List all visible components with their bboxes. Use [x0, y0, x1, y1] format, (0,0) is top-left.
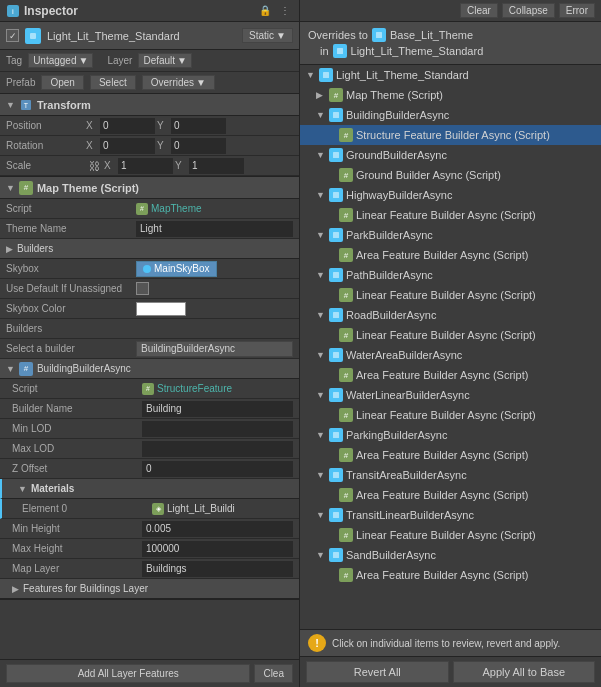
tree-icon-script: # — [329, 88, 343, 102]
max-lod-input[interactable] — [142, 441, 293, 457]
add-all-button[interactable]: Add All Layer Features — [6, 664, 250, 683]
tree-item[interactable]: ▼ WaterAreaBuilderAsync — [300, 345, 601, 365]
rotation-label: Rotation — [6, 140, 86, 151]
map-layer-input[interactable] — [142, 561, 293, 577]
tree-item[interactable]: ▼ SandBuilderAsync — [300, 545, 601, 565]
script-value: # MapTheme — [136, 203, 293, 215]
tree-item[interactable]: ▼ HighwayBuilderAsync — [300, 185, 601, 205]
apply-all-button[interactable]: Apply All to Base — [453, 661, 596, 683]
min-lod-row: Min LOD — [0, 419, 299, 439]
rotation-x-input[interactable] — [100, 138, 155, 154]
svg-text:i: i — [12, 7, 14, 16]
layer-select[interactable]: Default ▼ — [138, 53, 192, 68]
tag-select[interactable]: Untagged ▼ — [28, 53, 93, 68]
object-name-input[interactable] — [47, 30, 236, 42]
min-height-input[interactable] — [142, 521, 293, 537]
prefab-select-button[interactable]: Select — [90, 75, 136, 90]
building-builder-select[interactable]: BuildingBuilderAsync — [136, 341, 293, 357]
tree-item[interactable]: ▼ GroundBuilderAsync — [300, 145, 601, 165]
select-builder-row: Select a builder BuildingBuilderAsync — [0, 339, 299, 359]
min-height-row: Min Height — [0, 519, 299, 539]
max-height-input[interactable] — [142, 541, 293, 557]
clear-top-button[interactable]: Clear — [460, 3, 498, 18]
tree-icon-prefab — [329, 228, 343, 242]
info-text: Click on individual items to review, rev… — [332, 638, 593, 649]
script2-label: Script — [12, 383, 142, 394]
scale-x-input[interactable] — [118, 158, 173, 174]
lock-icon[interactable]: 🔒 — [257, 3, 273, 19]
building-builder-label: BuildingBuilderAsync — [37, 363, 131, 374]
tree-item[interactable]: ▼ TransitAreaBuilderAsync — [300, 465, 601, 485]
tree-item[interactable]: ▼ Light_Lit_Theme_Standard — [300, 65, 601, 85]
prefab-open-button[interactable]: Open — [41, 75, 83, 90]
tree-item[interactable]: # Linear Feature Builder Async (Script) — [300, 325, 601, 345]
select-builder-label: Select a builder — [6, 343, 136, 354]
building-builder-icon: # — [19, 362, 33, 376]
transform-title: Transform — [37, 99, 91, 111]
position-x-input[interactable] — [100, 118, 155, 134]
tree-item[interactable]: ▼ RoadBuilderAsync — [300, 305, 601, 325]
map-layer-label: Map Layer — [12, 563, 142, 574]
prefab-row: Prefab Open Select Overrides ▼ — [0, 72, 299, 94]
inspector-icon: i — [6, 4, 20, 18]
svg-rect-25 — [333, 352, 339, 358]
skybox-button[interactable]: MainSkyBox — [136, 261, 217, 277]
revert-all-button[interactable]: Revert All — [306, 661, 449, 683]
skybox-color-swatch[interactable] — [136, 302, 186, 316]
script2-icon: # — [142, 383, 154, 395]
action-buttons: Revert All Apply All to Base — [300, 657, 601, 687]
rotation-row: Rotation X Y — [0, 136, 299, 156]
clear-button[interactable]: Clea — [254, 664, 293, 683]
tree-item[interactable]: ▼ ParkBuilderAsync — [300, 225, 601, 245]
position-y-input[interactable] — [171, 118, 226, 134]
tree-item[interactable]: # Area Feature Builder Async (Script) — [300, 365, 601, 385]
theme-name-input[interactable] — [136, 221, 293, 237]
max-lod-row: Max LOD — [0, 439, 299, 459]
skybox-label: Skybox — [6, 263, 136, 274]
tree-item[interactable]: # Linear Feature Builder Async (Script) — [300, 405, 601, 425]
scale-y-input[interactable] — [189, 158, 244, 174]
collapse-button[interactable]: Collapse — [502, 3, 555, 18]
error-button[interactable]: Error — [559, 3, 595, 18]
tree-item-selected[interactable]: # Structure Feature Builder Async (Scrip… — [300, 125, 601, 145]
element0-value: ◈ Light_Lit_Buildi — [152, 503, 293, 515]
tree-item[interactable]: # Area Feature Builder Async (Script) — [300, 565, 601, 585]
svg-rect-29 — [333, 432, 339, 438]
tree-item[interactable]: # Linear Feature Builder Async (Script) — [300, 205, 601, 225]
tree-item[interactable]: # Area Feature Builder Async (Script) — [300, 245, 601, 265]
use-default-label: Use Default If Unassigned — [6, 283, 136, 294]
svg-rect-27 — [333, 392, 339, 398]
transform-section-header[interactable]: ▼ T Transform — [0, 94, 299, 116]
position-label: Position — [6, 120, 86, 131]
use-default-checkbox[interactable] — [136, 282, 149, 295]
tree-item[interactable]: ▼ WaterLinearBuilderAsync — [300, 385, 601, 405]
rotation-y-input[interactable] — [171, 138, 226, 154]
builder-name-input[interactable] — [142, 401, 293, 417]
map-theme-section-header[interactable]: ▼ # Map Theme (Script) — [0, 177, 299, 199]
tree-item[interactable]: # Linear Feature Builder Async (Script) — [300, 525, 601, 545]
menu-icon[interactable]: ⋮ — [277, 3, 293, 19]
tree-item[interactable]: ▶ # Map Theme (Script) — [300, 85, 601, 105]
scale-row: Scale ⛓ X Y — [0, 156, 299, 176]
tree-item[interactable]: # Ground Builder Async (Script) — [300, 165, 601, 185]
min-lod-input[interactable] — [142, 421, 293, 437]
tree-item[interactable]: ▼ ParkingBuilderAsync — [300, 425, 601, 445]
tree-item[interactable]: ▼ PathBuilderAsync — [300, 265, 601, 285]
materials-header[interactable]: ▼ Materials — [0, 479, 299, 499]
position-row: Position X Y — [0, 116, 299, 136]
tree-item[interactable]: ▼ TransitLinearBuilderAsync — [300, 505, 601, 525]
tree-item[interactable]: ▼ BuildingBuilderAsync — [300, 105, 601, 125]
z-offset-input[interactable] — [142, 461, 293, 477]
svg-rect-11 — [323, 72, 329, 78]
overrides-button[interactable]: Overrides ▼ — [142, 75, 215, 90]
object-active-checkbox[interactable] — [6, 29, 19, 42]
building-builder-async-header[interactable]: ▼ # BuildingBuilderAsync — [0, 359, 299, 379]
tree-item[interactable]: # Linear Feature Builder Async (Script) — [300, 285, 601, 305]
features-header[interactable]: ▶ Features for Buildings Layer — [0, 579, 299, 599]
builders-header[interactable]: ▶ Builders — [0, 239, 299, 259]
use-default-row: Use Default If Unassigned — [0, 279, 299, 299]
static-button[interactable]: Static ▼ — [242, 28, 293, 43]
tree-item[interactable]: # Area Feature Builder Async (Script) — [300, 485, 601, 505]
tree-item[interactable]: # Area Feature Builder Async (Script) — [300, 445, 601, 465]
z-offset-row: Z Offset — [0, 459, 299, 479]
